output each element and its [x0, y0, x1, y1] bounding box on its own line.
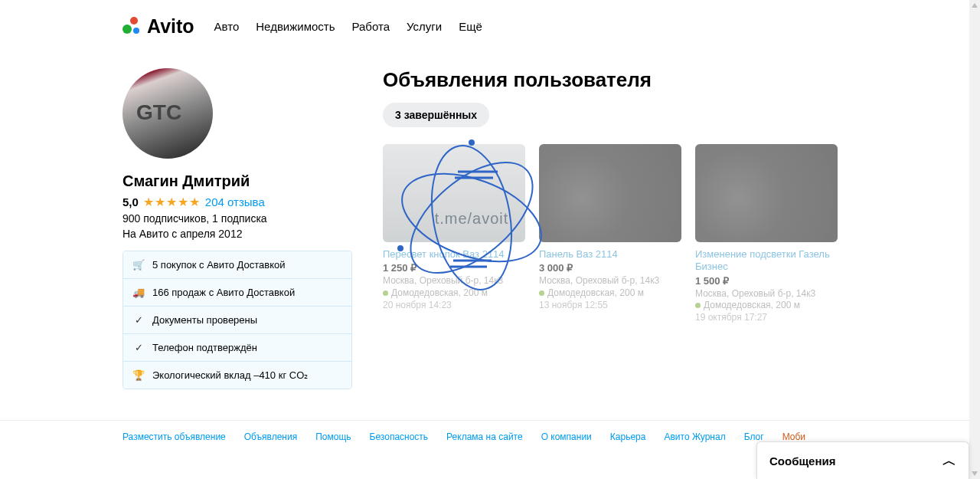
- cart-icon: 🛒: [132, 259, 145, 271]
- listing-thumbnail: [383, 144, 525, 242]
- footer-link[interactable]: Безопасность: [370, 431, 429, 442]
- check-circle-icon: ✓: [132, 314, 145, 326]
- badge-label: 166 продаж с Авито Доставкой: [152, 287, 295, 298]
- badge-label: 5 покупок с Авито Доставкой: [152, 259, 286, 271]
- subscribers-line: 900 подписчиков, 1 подписка: [122, 212, 352, 225]
- window-scrollbar[interactable]: [969, 0, 980, 453]
- cards-row: t.me/avoit Пересвет кнопок Ваз 2114 1 25…: [383, 144, 858, 323]
- listing-title[interactable]: Изменение подсветки Газель Бизнес: [695, 248, 838, 274]
- rating-value: 5,0: [122, 195, 139, 208]
- listing-title[interactable]: Пересвет кнопок Ваз 2114: [383, 248, 525, 261]
- listing-card[interactable]: Изменение подсветки Газель Бизнес 1 500 …: [695, 144, 838, 323]
- listing-thumbnail: [695, 144, 838, 242]
- avatar[interactable]: [122, 68, 213, 159]
- listing-price: 3 000 ₽: [539, 262, 681, 274]
- listing-metro: Домодедовская, 200 м: [539, 287, 681, 298]
- listing-metro: Домодедовская, 200 м: [695, 300, 838, 310]
- profile-sidebar: Смагин Дмитрий 5,0 ★★★★★ 204 отзыва 900 …: [122, 68, 352, 389]
- site-header: Avito Авто Недвижимость Работа Услуги Ещ…: [0, 0, 980, 45]
- metro-dot-icon: [383, 290, 388, 296]
- stars-icon: ★★★★★: [143, 195, 201, 209]
- listings-area: Объявления пользователя 3 завершённых: [383, 68, 858, 389]
- footer-link[interactable]: Разместить объявление: [122, 431, 226, 442]
- badge-sales: 🚚 166 продаж с Авито Доставкой: [123, 279, 351, 307]
- listing-metro: Домодедовская, 200 м: [383, 287, 525, 298]
- footer-link[interactable]: Моби: [782, 431, 805, 442]
- check-circle-icon: ✓: [132, 342, 145, 353]
- footer-link[interactable]: О компании: [541, 431, 592, 442]
- footer-link[interactable]: Блог: [744, 431, 764, 442]
- listing-address: Москва, Ореховый б-р, 14к3: [383, 275, 525, 287]
- user-name: Смагин Дмитрий: [122, 172, 352, 190]
- listing-title[interactable]: Панель Ваз 2114: [539, 248, 681, 261]
- trophy-icon: 🏆: [132, 369, 145, 381]
- footer-link[interactable]: Авито Журнал: [664, 431, 725, 442]
- reviews-link[interactable]: 204 отзыва: [205, 195, 265, 208]
- messages-panel[interactable]: Сообщения ︿: [756, 441, 969, 453]
- metro-dot-icon: [695, 303, 701, 308]
- truck-icon: 🚚: [132, 287, 145, 298]
- badge-label: Телефон подтверждён: [152, 342, 257, 353]
- listing-time: 13 ноября 12:55: [539, 300, 681, 310]
- logo-icon: [122, 17, 142, 37]
- listings-heading: Объявления пользователя: [383, 68, 858, 92]
- rating-line: 5,0 ★★★★★ 204 отзыва: [122, 195, 352, 209]
- footer-link[interactable]: Карьера: [610, 431, 646, 442]
- top-nav: Авто Недвижимость Работа Услуги Ещё: [214, 20, 482, 33]
- listing-price: 1 250 ₽: [383, 262, 525, 274]
- tab-completed[interactable]: 3 завершённых: [383, 103, 489, 127]
- nav-item[interactable]: Недвижимость: [256, 20, 335, 33]
- chevron-up-icon: ︿: [942, 451, 956, 453]
- badge-purchases: 🛒 5 покупок с Авито Доставкой: [123, 251, 351, 279]
- footer-link[interactable]: Реклама на сайте: [446, 431, 523, 442]
- nav-item[interactable]: Ещё: [459, 20, 482, 33]
- metro-dot-icon: [539, 290, 544, 296]
- nav-item[interactable]: Работа: [351, 20, 390, 33]
- listing-address: Москва, Ореховый б-р, 14к3: [695, 288, 838, 300]
- listing-address: Москва, Ореховый б-р, 14к3: [539, 275, 681, 287]
- listing-card[interactable]: Панель Ваз 2114 3 000 ₽ Москва, Ореховый…: [539, 144, 681, 323]
- badge-eco: 🏆 Экологический вклад –410 кг CO₂: [123, 362, 351, 389]
- listing-time: 20 ноября 14:23: [383, 300, 525, 310]
- badge-phone: ✓ Телефон подтверждён: [123, 334, 351, 362]
- badge-docs: ✓ Документы проверены: [123, 307, 351, 334]
- badge-label: Документы проверены: [152, 314, 257, 326]
- footer-link[interactable]: Помощь: [315, 431, 351, 442]
- since-line: На Авито с апреля 2012: [122, 228, 352, 240]
- logo[interactable]: Avito: [122, 15, 194, 38]
- logo-text: Avito: [147, 15, 194, 38]
- listing-thumbnail: [539, 144, 681, 242]
- nav-item[interactable]: Услуги: [407, 20, 442, 33]
- listing-time: 19 октября 17:27: [695, 312, 838, 323]
- footer-link[interactable]: Объявления: [244, 431, 297, 442]
- listing-price: 1 500 ₽: [695, 275, 838, 287]
- listing-card[interactable]: Пересвет кнопок Ваз 2114 1 250 ₽ Москва,…: [383, 144, 525, 323]
- badges-list: 🛒 5 покупок с Авито Доставкой 🚚 166 прод…: [122, 251, 352, 389]
- badge-label: Экологический вклад –410 кг CO₂: [152, 369, 308, 381]
- nav-item[interactable]: Авто: [214, 20, 240, 33]
